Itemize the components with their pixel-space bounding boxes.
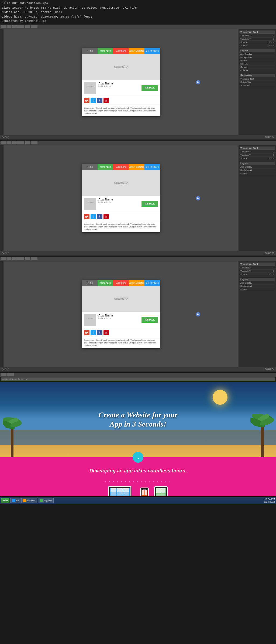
right-panel-content-1: Transform Tool Translate X0 Translate Y0… (239, 29, 276, 90)
nav-touch-3[interactable]: Get In Touch (144, 280, 160, 286)
nav-about-us-1[interactable]: About Us (113, 48, 129, 54)
toolbar-btn-3c[interactable] (16, 257, 24, 260)
preview-area-3: Home More Apps About Us Latest Updates G… (4, 261, 238, 367)
nav-home-3[interactable]: Home (82, 280, 98, 286)
toolbar-btn-3b[interactable] (12, 257, 16, 260)
ocean (0, 430, 276, 445)
nav-latest-2[interactable]: Latest Updates (129, 164, 144, 170)
nav-more-apps-3[interactable]: More Apps (98, 280, 113, 286)
nav-touch-1[interactable]: Get In Touch (144, 48, 160, 54)
twitter-btn-3[interactable]: t (91, 330, 96, 335)
app-info-2: 300×300 App Name by Developer INSTALL (82, 196, 160, 212)
browser-url-bar[interactable]: appwebsitetemplate.com (1, 377, 275, 381)
toolbar-btn-2e[interactable] (31, 141, 37, 144)
toolbar-menu-3[interactable] (1, 257, 6, 260)
google-plus-btn-2[interactable]: g+ (84, 214, 89, 219)
app-developer-2: by Developer (98, 201, 139, 203)
twitter-btn-2[interactable]: t (91, 214, 96, 219)
arrow-button-3[interactable]: ▶ (196, 312, 200, 316)
nav-home-1[interactable]: Home (82, 48, 98, 54)
windows-clock: 11:54 PM 9/14/2014 (264, 498, 275, 503)
app-developer-1: by Developer (98, 85, 139, 87)
taskbar-icon-1[interactable] (2, 496, 5, 497)
toolbar-btn-2b[interactable] (12, 141, 16, 144)
nav-touch-2[interactable]: Get In Touch (144, 164, 160, 170)
toolbar-menu-2[interactable] (1, 141, 6, 144)
palm-tree-right (250, 398, 275, 457)
toolbar-btn-3[interactable] (7, 257, 11, 260)
rp-item-3-2: Background (240, 285, 275, 288)
nav-more-apps-1[interactable]: More Apps (98, 48, 113, 54)
nav-about-us-3[interactable]: About Us (113, 280, 129, 286)
device-icons (5, 486, 271, 496)
taskbar-app-icon-3 (40, 499, 43, 502)
toolbar-menu[interactable] (1, 25, 6, 28)
browser-nav[interactable] (7, 373, 14, 376)
nav-more-apps-2[interactable]: More Apps (98, 164, 113, 170)
google-plus-btn-3[interactable]: g+ (84, 330, 89, 335)
facebook-btn-3[interactable]: f (97, 330, 102, 335)
video-segment-2: appmockup.com/demo Home More Apps About … (0, 141, 276, 257)
rp-title-2-2: Layers (240, 162, 275, 165)
down-arrow-btn[interactable]: ⌄ (133, 452, 143, 463)
bottom-bar-1: Ready 00:00:54 (0, 135, 276, 139)
toolbar-btn[interactable] (31, 25, 37, 28)
tablet-icon (154, 486, 168, 496)
toolbar-btn-2d[interactable] (25, 141, 30, 144)
taskbar-icon-2[interactable] (6, 496, 10, 497)
taskbar-app-3[interactable]: Explorer (38, 498, 54, 503)
arrow-button-1[interactable]: ▶ (196, 80, 200, 84)
taskbar-app-1[interactable]: Ae (10, 498, 21, 503)
nav-bar-2: Home More Apps About Us Latest Updates G… (82, 164, 160, 170)
rp-item-7: Translate Tool (240, 77, 275, 81)
editor-toolbar-1 (0, 25, 276, 29)
taskbar-icon-3[interactable] (11, 496, 15, 497)
social-bar-2: g+ t f p (82, 212, 160, 221)
nav-about-us-2[interactable]: About Us (113, 164, 129, 170)
preview-area-1: Home More Apps About Us Latest Updates G… (4, 29, 238, 135)
arrow-button-2[interactable]: ▶ (196, 196, 200, 200)
install-button-1[interactable]: INSTALL (142, 85, 158, 91)
right-panel-2: Transform Tool Translate X0 Translate Y0… (238, 145, 276, 251)
google-plus-btn-1[interactable]: g+ (84, 98, 89, 103)
app-icon-3: 300×300 (84, 314, 96, 326)
website-preview-3: Home More Apps About Us Latest Updates G… (82, 280, 160, 348)
promo-text-block: Create a Website for your App in 3 Secon… (99, 410, 178, 428)
app-description-3: Lorem ipsum dolor sit amet, consectetur … (82, 337, 160, 348)
rp-item-8: Rotate Tool (240, 81, 275, 84)
browser-url: appwebsitetemplate.com (2, 378, 27, 380)
toolbar-btn[interactable] (16, 25, 24, 28)
taskbar-icon-4[interactable] (15, 496, 19, 497)
nav-home-2[interactable]: Home (82, 164, 98, 170)
taskbar-app-2[interactable]: Browser (21, 498, 37, 503)
install-button-3[interactable]: INSTALL (142, 317, 158, 323)
rp-item-2-2: Background (240, 169, 275, 172)
toolbar-btn-2[interactable] (7, 141, 11, 144)
rp-title-1: Transform Tool (240, 30, 275, 34)
toolbar-btn[interactable] (12, 25, 16, 28)
app-name-2: App Name (98, 198, 139, 201)
toolbar-btn-2c[interactable] (16, 141, 24, 144)
nav-latest-3[interactable]: Latest Updates (129, 280, 144, 286)
laptop-icon (108, 486, 135, 496)
facebook-btn-1[interactable]: f (97, 98, 102, 103)
toolbar-btn-3d[interactable] (25, 257, 30, 260)
video-segment-3: appmockup.com/demo Home More Apps About … (0, 257, 276, 373)
rp-title-3-1: Transform Tool (240, 263, 275, 266)
toolbar-btn[interactable] (25, 25, 30, 28)
browser-menu[interactable] (1, 373, 6, 376)
pinterest-btn-3[interactable]: p (104, 330, 109, 335)
toolbar-btn-3e[interactable] (31, 257, 37, 260)
start-button[interactable]: Start (1, 498, 9, 503)
app-text-1: App Name by Developer (98, 82, 139, 87)
install-button-2[interactable]: INSTALL (142, 201, 158, 207)
editor-toolbar-2 (0, 141, 276, 145)
pinterest-btn-2[interactable]: p (104, 214, 109, 219)
nav-latest-1[interactable]: Latest Updates (129, 48, 144, 54)
pinterest-btn-1[interactable]: p (104, 98, 109, 103)
rp-item-3: Frame (240, 59, 275, 62)
app-info-1: 300×300 App Name by Developer INSTALL (82, 80, 160, 96)
twitter-btn-1[interactable]: t (91, 98, 96, 103)
facebook-btn-2[interactable]: f (97, 214, 102, 219)
toolbar-btn[interactable] (7, 25, 11, 28)
